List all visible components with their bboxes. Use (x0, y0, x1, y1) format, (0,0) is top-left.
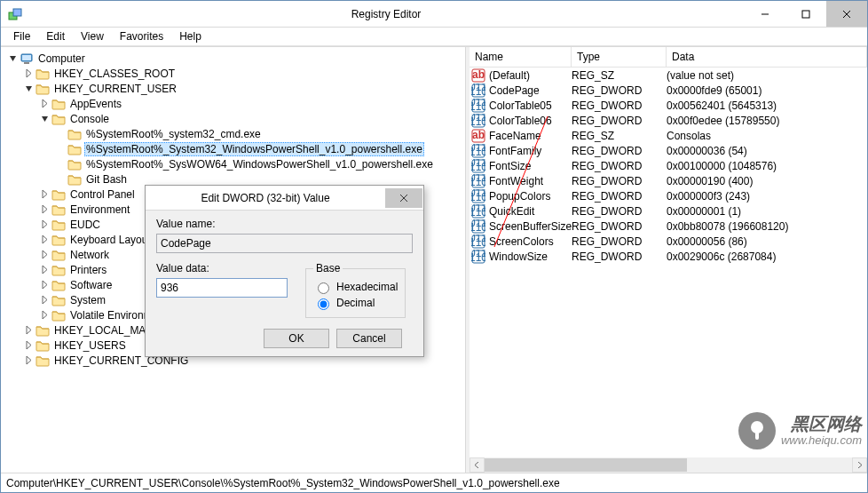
close-button[interactable] (826, 1, 867, 27)
statusbar: Computer\HKEY_CURRENT_USER\Console\%Syst… (1, 473, 867, 492)
collapse-icon[interactable] (40, 114, 50, 123)
value-data: 0x00562401 (5645313) (667, 99, 867, 112)
value-type: REG_SZ (572, 130, 667, 142)
collapse-icon[interactable] (24, 83, 34, 93)
expand-icon[interactable] (40, 189, 50, 199)
scroll-right-button[interactable] (852, 457, 867, 473)
menu-favorites[interactable]: Favorites (113, 28, 170, 44)
expand-icon[interactable] (24, 340, 34, 350)
maximize-button[interactable] (785, 1, 826, 27)
expand-icon[interactable] (40, 250, 50, 259)
horizontal-scrollbar[interactable] (470, 457, 867, 473)
value-row[interactable]: WindowSizeREG_DWORD0x0029006c (2687084) (470, 249, 867, 264)
expand-icon[interactable] (40, 219, 50, 229)
folder-icon (51, 263, 66, 277)
value-name-field (156, 234, 413, 253)
expand-icon[interactable] (24, 68, 34, 78)
tree-node[interactable]: HKEY_CURRENT_USER (3, 81, 465, 96)
expand-icon[interactable] (40, 204, 50, 214)
value-row[interactable]: FontWeightREG_DWORD0x00000190 (400) (470, 173, 867, 188)
minimize-button[interactable] (745, 1, 785, 27)
folder-icon (36, 354, 50, 368)
tree-node-label: Keyboard Layout (68, 234, 153, 246)
tree-node[interactable]: %SystemRoot%_System32_WindowsPowerShell_… (3, 141, 465, 156)
base-legend: Base (313, 262, 343, 274)
folder-icon (51, 278, 66, 292)
value-name: FontWeight (489, 175, 543, 187)
menubar: File Edit View Favorites Help (1, 28, 867, 46)
value-row[interactable]: (Default)REG_SZ(value not set) (470, 68, 867, 83)
dialog-titlebar[interactable]: Edit DWORD (32-bit) Value (146, 186, 423, 211)
expand-icon[interactable] (24, 355, 34, 365)
value-row[interactable]: FontFamilyREG_DWORD0x00000036 (54) (470, 143, 867, 158)
tree-node[interactable]: Console (3, 111, 465, 126)
value-row[interactable]: ScreenBufferSizeREG_DWORD0x0bb80078 (196… (470, 219, 867, 234)
tree-node[interactable]: Computer (3, 51, 465, 66)
computer-icon (20, 52, 34, 66)
folder-icon (51, 233, 66, 247)
value-row[interactable]: ColorTable06REG_DWORD0x00f0edee (1578955… (470, 113, 867, 128)
header-type[interactable]: Type (572, 47, 667, 67)
tree-node[interactable]: HKEY_CLASSES_ROOT (3, 66, 465, 81)
twisty-none (56, 144, 66, 154)
content-area: ComputerHKEY_CLASSES_ROOTHKEY_CURRENT_US… (1, 46, 867, 473)
ok-button[interactable]: OK (264, 329, 329, 348)
dialog-close-button[interactable] (385, 188, 422, 208)
radio-decimal-input[interactable] (318, 298, 329, 310)
value-name: FontSize (489, 160, 531, 172)
menu-view[interactable]: View (74, 28, 111, 44)
expand-icon[interactable] (40, 280, 50, 290)
cancel-button[interactable]: Cancel (336, 329, 402, 348)
value-name: ColorTable05 (489, 99, 552, 112)
expand-icon[interactable] (40, 235, 50, 244)
value-data: 0x00f0edee (15789550) (667, 115, 867, 127)
value-row[interactable]: FontSizeREG_DWORD0x00100000 (1048576) (470, 158, 867, 173)
reg-binary-icon (471, 174, 485, 188)
value-data: 0x0bb80078 (196608120) (667, 220, 867, 233)
value-row[interactable]: CodePageREG_DWORD0x0000fde9 (65001) (470, 83, 867, 98)
value-type: REG_DWORD (572, 250, 667, 263)
titlebar[interactable]: Registry Editor (1, 1, 867, 28)
expand-icon[interactable] (40, 265, 50, 274)
scroll-left-button[interactable] (470, 457, 485, 473)
radio-hexadecimal[interactable]: Hexadecimal (313, 280, 398, 294)
scroll-track[interactable] (485, 457, 852, 473)
value-row[interactable]: FaceNameREG_SZConsolas (470, 128, 867, 143)
value-name: ScreenColors (489, 235, 554, 248)
value-row[interactable]: ScreenColorsREG_DWORD0x00000056 (86) (470, 234, 867, 249)
header-name[interactable]: Name (470, 47, 572, 67)
expand-icon[interactable] (40, 295, 50, 305)
value-type: REG_DWORD (572, 99, 667, 112)
tree-node[interactable]: AppEvents (3, 96, 465, 111)
value-row[interactable]: ColorTable05REG_DWORD0x00562401 (5645313… (470, 98, 867, 113)
regedit-icon (8, 7, 22, 21)
radio-hexadecimal-input[interactable] (318, 282, 329, 294)
edit-dword-dialog: Edit DWORD (32-bit) Value Value name: Va… (145, 185, 424, 357)
value-type: REG_SZ (572, 69, 667, 82)
menu-edit[interactable]: Edit (39, 28, 72, 44)
tree-node-label: Printers (68, 264, 108, 276)
value-list[interactable]: (Default)REG_SZ(value not set)CodePageRE… (470, 68, 867, 457)
scroll-thumb[interactable] (485, 458, 687, 472)
tree-node[interactable]: %SystemRoot%_SysWOW64_WindowsPowerShell_… (3, 156, 465, 171)
value-row[interactable]: QuickEditREG_DWORD0x00000001 (1) (470, 203, 867, 219)
chevron-left-icon (474, 462, 480, 468)
expand-icon[interactable] (40, 310, 50, 320)
close-icon (399, 194, 408, 203)
value-name: QuickEdit (489, 205, 534, 218)
header-data[interactable]: Data (667, 47, 867, 67)
collapse-icon[interactable] (8, 53, 18, 63)
tree-node-label: %SystemRoot%_system32_cmd.exe (84, 128, 263, 140)
radio-decimal[interactable]: Decimal (313, 296, 398, 310)
value-data-field[interactable] (156, 278, 288, 298)
menu-file[interactable]: File (6, 28, 37, 44)
menu-help[interactable]: Help (172, 28, 209, 44)
value-name: FaceName (489, 130, 541, 142)
folder-icon (51, 293, 66, 307)
expand-icon[interactable] (24, 325, 34, 335)
tree-node[interactable]: %SystemRoot%_system32_cmd.exe (3, 126, 465, 141)
folder-icon (36, 67, 50, 81)
folder-icon (51, 112, 66, 126)
value-row[interactable]: PopupColorsREG_DWORD0x000000f3 (243) (470, 188, 867, 203)
expand-icon[interactable] (40, 99, 50, 108)
